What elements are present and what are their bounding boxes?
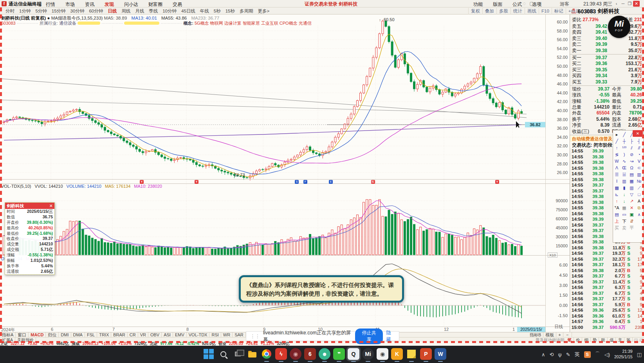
indicator-right-指标B[interactable]: 指标B <box>528 332 543 337</box>
draw-tool-icon[interactable]: Λ <box>613 165 621 171</box>
draw-tool-icon[interactable]: ⊘ <box>628 151 635 158</box>
period-tab-5分钟[interactable]: 5分钟 <box>33 8 49 15</box>
draw-tool-icon[interactable]: ▭ <box>621 211 628 218</box>
buy-level-row[interactable]: 买二39.36153.1万 <box>570 61 644 67</box>
draw-tool-icon[interactable]: ↓ <box>621 198 628 205</box>
draw-tool-icon[interactable]: ▥ <box>621 178 628 185</box>
indicator-tab-CR[interactable]: CR <box>128 332 138 337</box>
draw-tool-icon[interactable]: ↗ <box>628 198 635 205</box>
notification-icon[interactable]: ◫ <box>637 352 642 358</box>
period-tab-15秒[interactable]: 15秒 <box>223 8 237 15</box>
sell-level-row[interactable]: 卖五39.4229.6万 <box>570 24 644 29</box>
draw-tool-icon[interactable]: ∿ <box>621 158 628 165</box>
period-tab-5秒[interactable]: 5秒 <box>211 8 223 15</box>
tray-icon[interactable]: ∧ <box>541 352 545 358</box>
draw-tool-icon[interactable]: ▦ <box>628 178 635 185</box>
sell-level-row[interactable]: 卖三39.4011.8万 <box>570 36 644 42</box>
draw-tool-icon[interactable]: ▤ <box>613 211 621 218</box>
draw-tool-icon[interactable]: ☱ <box>621 171 628 178</box>
restore-button[interactable]: ❐ <box>626 1 633 7</box>
period-tab-季线[interactable]: 季线 <box>146 8 160 15</box>
draw-tool-icon[interactable]: ╱ <box>621 131 628 138</box>
tray-icon[interactable]: S <box>584 351 591 358</box>
period-tab-更多>[interactable]: 更多> <box>256 8 272 15</box>
draw-tool-icon[interactable]: 下 <box>621 218 628 225</box>
draw-tool-icon[interactable]: Ⅰ <box>613 178 621 185</box>
indicator-tab-窗口[interactable]: 窗口 <box>16 332 29 337</box>
indicator-tab-MACD[interactable]: MACD <box>29 332 46 337</box>
popup-close-icon[interactable]: ✕ <box>49 203 53 209</box>
draw-tool-icon[interactable]: ⊾ <box>613 191 621 198</box>
indicator-tab-FSL[interactable]: FSL <box>85 332 97 337</box>
toolbar-统计[interactable]: 统计 <box>511 8 525 15</box>
concept-values[interactable]: 5G概念 物联网 边缘计算 智能家居 工业互联 CPO概念 光通信 <box>195 21 312 25</box>
draw-tool-icon[interactable]: ▩ <box>613 185 621 191</box>
toolbar-叠加[interactable]: 叠加 <box>482 8 496 15</box>
tdx-app-icon[interactable]: ϟ <box>275 348 287 360</box>
buy-level-row[interactable]: 买四39.343.9万 <box>570 73 644 79</box>
period-tab-月线[interactable]: 月线 <box>133 8 146 15</box>
draw-tool-icon[interactable]: ¹²³ <box>621 145 628 151</box>
draw-tool-icon[interactable]: ▤ <box>628 171 635 178</box>
draw-tool-icon[interactable]: 买 <box>613 225 621 231</box>
draw-tool-icon[interactable]: ᵀA <box>613 205 621 211</box>
period-tab-多周期[interactable]: 多周期 <box>237 8 256 15</box>
camera-app-icon[interactable]: ◉ <box>377 348 388 360</box>
indicator-tab-DMA[interactable]: DMA <box>71 332 85 337</box>
draw-tool-icon[interactable]: 平 <box>628 225 635 231</box>
indicator-tab-指标A[interactable]: 指标A <box>0 332 16 337</box>
buy-level-row[interactable]: 买三39.3521.6万 <box>570 67 644 73</box>
event-marker-icon[interactable]: S <box>295 180 299 184</box>
period-tab-45日线[interactable]: 45日线 <box>179 8 198 15</box>
indicator-tab-EMV[interactable]: EMV <box>173 332 187 337</box>
draw-tool-icon[interactable]: ↓ <box>621 191 628 198</box>
indicator-tab-VOL-TDX[interactable]: VOL-TDX <box>187 332 210 337</box>
tray-icon[interactable]: ◁) <box>604 352 610 358</box>
draw-tool-icon[interactable]: Œ <box>621 165 628 171</box>
period-label[interactable]: 日线 <box>554 324 563 330</box>
close-button[interactable]: ✕ <box>633 1 640 7</box>
draw-tool-icon[interactable]: W <box>613 158 621 165</box>
event-marker-icon[interactable]: ¥ <box>195 180 198 184</box>
indicator-tab-WR[interactable]: WR <box>221 332 233 337</box>
toolbar-标记[interactable]: 标记 <box>552 8 566 15</box>
indicator-tab-归位[interactable]: 归位 <box>46 332 59 337</box>
toolbar-多股[interactable]: 多股 <box>496 8 511 15</box>
draw-tool-icon[interactable]: 上 <box>613 218 621 225</box>
draw-tool-icon[interactable]: ┼ <box>621 138 628 145</box>
event-marker-icon[interactable]: ¥ <box>140 180 144 184</box>
task-view-icon[interactable] <box>232 348 244 360</box>
windows-start-icon[interactable] <box>203 348 215 360</box>
draw-tool-icon[interactable]: ↑ <box>613 198 621 205</box>
mi-app-icon[interactable]: Mi <box>362 348 374 360</box>
indicator-tab-TRIX[interactable]: TRIX <box>97 332 111 337</box>
wechat-icon[interactable]: ❞ <box>333 348 345 360</box>
stock-code-block[interactable]: R 000 603083 剑桥科技 <box>572 8 619 15</box>
indicator-right-－[interactable]: － <box>563 332 572 337</box>
draw-tool-icon[interactable]: ▣ <box>628 211 635 218</box>
qq-icon[interactable]: Q <box>348 348 359 360</box>
indicator-tab-SAR[interactable]: SAR <box>233 332 246 337</box>
event-marker-icon[interactable]: F <box>303 180 307 184</box>
draw-tool-icon[interactable]: ☰ <box>613 171 621 178</box>
w6-app-icon[interactable]: 6 <box>304 348 316 360</box>
period-tab-周线[interactable]: 周线 <box>119 8 133 15</box>
draw-tool-icon[interactable]: ⇵ <box>628 218 635 225</box>
draw-tool-icon[interactable]: ▮ <box>621 185 628 191</box>
indicator-tab-ASI[interactable]: ASI <box>162 332 173 337</box>
sticky-notes-icon[interactable] <box>406 348 417 360</box>
green-face-app-icon[interactable]: ☻ <box>319 348 330 360</box>
event-marker-icon[interactable]: 权 <box>371 180 375 184</box>
indicator-tab-VR[interactable]: VR <box>138 332 148 337</box>
taskbar-search-icon[interactable] <box>217 348 229 360</box>
buy-level-row[interactable]: 买一39.3722.8万 <box>570 55 644 61</box>
period-tab-30分钟[interactable]: 30分钟 <box>68 8 87 15</box>
tray-icon[interactable]: 英 <box>575 351 580 358</box>
powerpoint-icon[interactable]: P <box>420 348 432 360</box>
draw-tool-icon[interactable]: ✕ <box>628 205 635 211</box>
event-marker-icon[interactable]: E <box>329 180 333 184</box>
indicator-right-模板[interactable]: 模板 <box>543 332 556 337</box>
period-tab-60分钟[interactable]: 60分钟 <box>87 8 105 15</box>
draw-tool-icon[interactable]: ↝ <box>628 158 635 165</box>
drag-handle-icon[interactable]: ⋮⋮ <box>250 333 260 339</box>
